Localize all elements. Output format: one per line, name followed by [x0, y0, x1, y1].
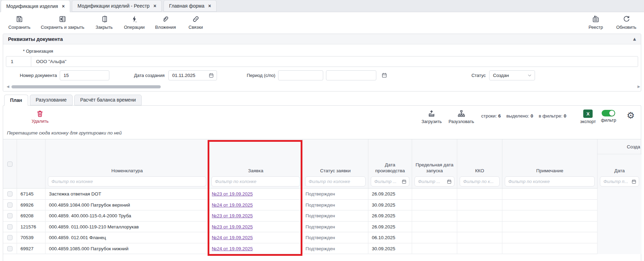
- row-checkbox[interactable]: [7, 202, 12, 208]
- table-row[interactable]: 70539 000.4859. 012.001 Фланец №24 от 19…: [3, 232, 642, 243]
- floppy-door-icon: [58, 15, 67, 23]
- close-button[interactable]: Закрыть: [95, 15, 114, 30]
- cell-production-date: 26.09.2025: [368, 221, 412, 233]
- header-request-status[interactable]: Статус заявки: [303, 139, 368, 189]
- door-icon: [100, 15, 108, 23]
- header-production-date[interactable]: Дата производства: [368, 139, 412, 189]
- period-to-input[interactable]: [326, 70, 376, 80]
- period-calendar-icon[interactable]: [382, 72, 387, 78]
- calendar-icon[interactable]: [209, 73, 214, 78]
- cell-kko: [457, 210, 502, 221]
- period-from-value[interactable]: [282, 73, 320, 78]
- request-link[interactable]: №23 от 19.09.2025: [212, 191, 253, 197]
- cell-production-date: 30.09.2025: [368, 200, 412, 211]
- operations-button[interactable]: Операции: [124, 15, 145, 30]
- scroll-right-arrow[interactable]: ▶: [637, 85, 640, 88]
- upload-icon: [427, 110, 436, 118]
- save-and-close-button[interactable]: Сохранить и закрыть: [41, 15, 84, 30]
- unnest-button[interactable]: Разузловать: [449, 110, 474, 124]
- request-filter[interactable]: [211, 176, 300, 186]
- collapse-up-icon[interactable]: ▲: [633, 37, 636, 41]
- cell-note: [502, 232, 597, 243]
- request-link[interactable]: №24 от 19.09.2025: [212, 246, 253, 251]
- view-tabs: План Разузлование Расчёт баланса времени: [4, 95, 142, 106]
- organization-code[interactable]: 1: [6, 56, 31, 67]
- window-tab-bar: Модификация изделия × Модификации издели…: [0, 0, 644, 12]
- created-date-filter[interactable]: [600, 176, 639, 186]
- production-date-filter[interactable]: [371, 176, 409, 186]
- request-status-filter[interactable]: [305, 176, 366, 186]
- header-created-date[interactable]: Дата: [597, 154, 642, 189]
- header-deadline-date[interactable]: Предельная дата запуска: [412, 139, 457, 189]
- document-requisites-panel: Реквизиты документа ▲ * Организация 1 ОО…: [3, 34, 641, 92]
- close-icon[interactable]: ×: [62, 3, 65, 9]
- window-tab-register[interactable]: Модификации изделий - Реестр ×: [72, 0, 162, 12]
- deadline-date-filter[interactable]: [415, 176, 454, 186]
- window-tab-main-form[interactable]: Главная форма ×: [164, 0, 217, 12]
- header-kko[interactable]: ККО: [457, 139, 502, 189]
- close-icon[interactable]: ×: [153, 3, 156, 9]
- request-link[interactable]: №24 от 19.09.2025: [212, 235, 253, 240]
- organization-field[interactable]: 1 ООО "Альфа": [6, 56, 638, 67]
- floppy-icon: [15, 15, 24, 23]
- organization-name[interactable]: ООО "Альфа": [31, 59, 66, 64]
- doc-number-input[interactable]: [60, 70, 109, 80]
- load-button[interactable]: Загрузить: [421, 110, 442, 124]
- row-checkbox[interactable]: [7, 224, 12, 229]
- cell-note: [502, 189, 597, 200]
- gear-icon[interactable]: ⚙: [627, 111, 635, 120]
- attachments-button[interactable]: Вложения: [155, 15, 176, 30]
- cell-production-date: 30.09.2025: [368, 243, 412, 254]
- calendar-icon[interactable]: [632, 179, 636, 184]
- delete-button[interactable]: Удалить: [32, 110, 49, 124]
- header-note[interactable]: Примечание: [502, 139, 597, 189]
- row-checkbox[interactable]: [7, 191, 12, 197]
- table-row[interactable]: 69927 000.4859.1085.000 Патрубок нижний …: [3, 243, 642, 254]
- export-excel-button[interactable]: X экспорт: [580, 110, 596, 124]
- cell-id: 67145: [17, 189, 45, 200]
- table-row[interactable]: 67145 Застежка ответная DOT №23 от 19.09…: [3, 189, 642, 200]
- period-to-value[interactable]: [330, 73, 373, 78]
- close-icon[interactable]: ×: [208, 3, 211, 9]
- request-link[interactable]: №23 от 19.09.2025: [212, 224, 253, 229]
- toggle-on-icon[interactable]: [602, 110, 615, 116]
- period-from-input[interactable]: [278, 70, 323, 80]
- header-id-cell[interactable]: [17, 139, 45, 189]
- header-nomenclature[interactable]: Номенклатура: [45, 139, 209, 189]
- tab-unnesting[interactable]: Разузлование: [30, 95, 73, 105]
- note-filter[interactable]: [505, 176, 595, 186]
- cell-created-date: [597, 232, 642, 243]
- window-tab-modification[interactable]: Модификация изделия ×: [1, 0, 70, 12]
- table-row[interactable]: 69208 000.4859. 400.000-115-0,4-2000 Тру…: [3, 210, 642, 221]
- register-button[interactable]: Реестр: [586, 15, 605, 30]
- header-request[interactable]: Заявка: [209, 139, 303, 189]
- nomenclature-filter[interactable]: [48, 176, 206, 186]
- links-button[interactable]: Связки: [186, 15, 205, 30]
- save-button[interactable]: Сохранить: [8, 15, 31, 30]
- cell-deadline: [412, 189, 457, 200]
- select-all-checkbox[interactable]: [7, 162, 12, 167]
- table-row[interactable]: 69926 000.4859.1084.000 Патрубок верхний…: [3, 200, 642, 211]
- header-created-group[interactable]: Созда: [597, 139, 642, 154]
- created-date-value[interactable]: [172, 73, 209, 78]
- tab-plan[interactable]: План: [4, 95, 28, 106]
- calendar-icon[interactable]: [402, 179, 407, 184]
- scrollbar-thumb[interactable]: [11, 85, 161, 88]
- scroll-left-arrow[interactable]: ◀: [7, 85, 9, 88]
- table-row[interactable]: 121576 000.4859. 011.000-119-210 Металло…: [3, 221, 642, 233]
- created-date-input[interactable]: [168, 70, 217, 80]
- row-checkbox[interactable]: [7, 246, 12, 251]
- refresh-button[interactable]: Обновить: [616, 15, 636, 30]
- filter-toggle[interactable]: фильтр: [601, 110, 616, 123]
- row-checkbox[interactable]: [7, 235, 12, 240]
- row-checkbox[interactable]: [7, 213, 12, 218]
- status-select[interactable]: Создан: [489, 70, 535, 80]
- request-link[interactable]: №23 от 19.09.2025: [212, 213, 253, 218]
- calendar-icon[interactable]: [447, 179, 452, 184]
- request-link[interactable]: №24 от 19.09.2025: [212, 202, 253, 208]
- tab-time-balance[interactable]: Расчёт баланса времени: [74, 95, 142, 105]
- kko-filter[interactable]: [460, 176, 500, 186]
- group-drop-zone[interactable]: Перетащите сюда колонку для группировки …: [3, 127, 641, 139]
- period-label: Период (с/по): [236, 70, 275, 81]
- doc-number-value[interactable]: [64, 73, 106, 78]
